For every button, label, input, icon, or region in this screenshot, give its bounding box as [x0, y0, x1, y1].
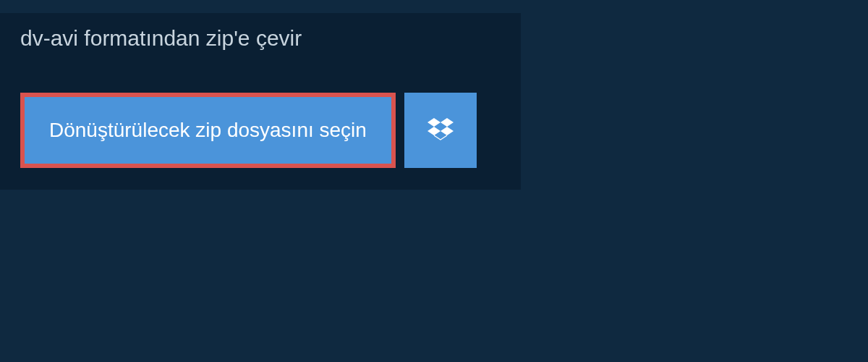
dropbox-button[interactable]	[404, 93, 477, 168]
dropbox-icon	[427, 116, 454, 145]
select-file-label: Dönüştürülecek zip dosyasını seçin	[49, 117, 367, 143]
select-file-button[interactable]: Dönüştürülecek zip dosyasını seçin	[20, 93, 396, 168]
page-title: dv-avi formatından zip'e çevir	[0, 13, 430, 64]
converter-panel: dv-avi formatından zip'e çevir Dönüştürü…	[0, 13, 521, 190]
button-row: Dönüştürülecek zip dosyasını seçin	[20, 93, 521, 168]
